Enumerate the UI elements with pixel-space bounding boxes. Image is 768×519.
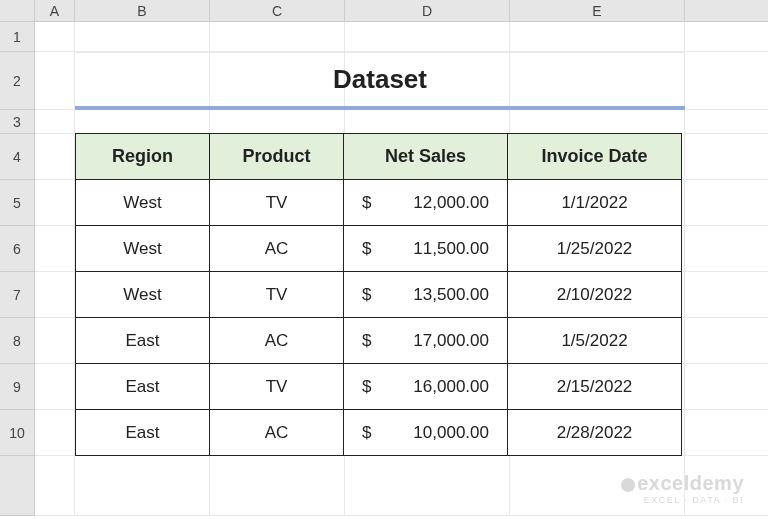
row-header-6[interactable]: 6 xyxy=(0,226,35,272)
row-header-9[interactable]: 9 xyxy=(0,364,35,410)
currency-value: 13,500.00 xyxy=(413,285,489,305)
currency-value: 16,000.00 xyxy=(413,377,489,397)
cell xyxy=(685,364,768,410)
cell-invoice[interactable]: 2/15/2022 xyxy=(507,363,682,410)
cell-region[interactable]: East xyxy=(75,409,210,456)
row-header-rest xyxy=(0,456,35,516)
header-invoice[interactable]: Invoice Date xyxy=(507,133,682,180)
cell xyxy=(685,318,768,364)
col-header-A[interactable]: A xyxy=(35,0,75,22)
cell-region[interactable]: East xyxy=(75,317,210,364)
col-header-D[interactable]: D xyxy=(345,0,510,22)
cell[interactable] xyxy=(35,110,75,134)
cell[interactable] xyxy=(345,22,510,52)
cell-region[interactable]: East xyxy=(75,363,210,410)
cell-region[interactable]: West xyxy=(75,271,210,318)
cell[interactable] xyxy=(35,272,75,318)
cell[interactable] xyxy=(210,22,345,52)
cell xyxy=(685,180,768,226)
cell xyxy=(685,52,768,110)
cell xyxy=(210,456,345,516)
circle-icon xyxy=(621,478,635,492)
currency-value: 11,500.00 xyxy=(413,239,489,259)
cell-netsales[interactable]: $10,000.00 xyxy=(343,409,508,456)
cell-product[interactable]: AC xyxy=(209,409,344,456)
cell-netsales[interactable]: $13,500.00 xyxy=(343,271,508,318)
dataset-title-cell[interactable]: Dataset xyxy=(75,52,685,110)
cell-region[interactable]: West xyxy=(75,179,210,226)
cell[interactable] xyxy=(35,318,75,364)
row-header-7[interactable]: 7 xyxy=(0,272,35,318)
row-header-2[interactable]: 2 xyxy=(0,52,35,110)
cell xyxy=(35,456,75,516)
cell[interactable] xyxy=(35,180,75,226)
watermark-brand-text: exceldemy xyxy=(637,472,744,494)
cell-product[interactable]: AC xyxy=(209,317,344,364)
table-row: East TV $16,000.00 2/15/2022 xyxy=(75,364,685,410)
cell-invoice[interactable]: 2/28/2022 xyxy=(507,409,682,456)
cell[interactable] xyxy=(510,110,685,134)
table-header-row: Region Product Net Sales Invoice Date xyxy=(75,134,685,180)
table-row: West TV $12,000.00 1/1/2022 xyxy=(75,180,685,226)
cell[interactable] xyxy=(35,364,75,410)
cell[interactable] xyxy=(75,22,210,52)
table-row: East AC $17,000.00 1/5/2022 xyxy=(75,318,685,364)
currency-value: 17,000.00 xyxy=(413,331,489,351)
cell-netsales[interactable]: $17,000.00 xyxy=(343,317,508,364)
cell[interactable] xyxy=(35,410,75,456)
col-header-C[interactable]: C xyxy=(210,0,345,22)
col-header-rest xyxy=(685,0,768,22)
currency-symbol: $ xyxy=(362,285,371,305)
cell xyxy=(685,22,768,52)
row-header-3[interactable]: 3 xyxy=(0,110,35,134)
select-all-corner[interactable] xyxy=(0,0,35,22)
cell[interactable] xyxy=(75,110,210,134)
cell[interactable] xyxy=(510,22,685,52)
currency-value: 10,000.00 xyxy=(413,423,489,443)
watermark: exceldemy EXCEL · DATA · BI xyxy=(621,472,744,505)
cell[interactable] xyxy=(345,110,510,134)
column-headers-row: A B C D E xyxy=(0,0,768,22)
cell xyxy=(345,456,510,516)
cell-invoice[interactable]: 1/1/2022 xyxy=(507,179,682,226)
cell[interactable] xyxy=(210,110,345,134)
header-netsales[interactable]: Net Sales xyxy=(343,133,508,180)
currency-symbol: $ xyxy=(362,331,371,351)
currency-symbol: $ xyxy=(362,239,371,259)
cell[interactable] xyxy=(35,52,75,110)
dataset-title: Dataset xyxy=(333,64,427,95)
header-product[interactable]: Product xyxy=(209,133,344,180)
cell[interactable] xyxy=(35,226,75,272)
cell-product[interactable]: TV xyxy=(209,363,344,410)
row-header-4[interactable]: 4 xyxy=(0,134,35,180)
row-header-10[interactable]: 10 xyxy=(0,410,35,456)
cell-netsales[interactable]: $11,500.00 xyxy=(343,225,508,272)
cell-product[interactable]: TV xyxy=(209,271,344,318)
cell[interactable] xyxy=(35,22,75,52)
row-header-1[interactable]: 1 xyxy=(0,22,35,52)
data-table: Region Product Net Sales Invoice Date We… xyxy=(75,134,685,456)
cell-product[interactable]: TV xyxy=(209,179,344,226)
cell-product[interactable]: AC xyxy=(209,225,344,272)
watermark-tagline: EXCEL · DATA · BI xyxy=(621,495,744,505)
header-region[interactable]: Region xyxy=(75,133,210,180)
table-row: West TV $13,500.00 2/10/2022 xyxy=(75,272,685,318)
cell xyxy=(685,272,768,318)
table-row: West AC $11,500.00 1/25/2022 xyxy=(75,226,685,272)
cell xyxy=(685,134,768,180)
row-header-8[interactable]: 8 xyxy=(0,318,35,364)
cell-invoice[interactable]: 1/25/2022 xyxy=(507,225,682,272)
cell-netsales[interactable]: $12,000.00 xyxy=(343,179,508,226)
col-header-B[interactable]: B xyxy=(75,0,210,22)
currency-symbol: $ xyxy=(362,377,371,397)
cell-invoice[interactable]: 1/5/2022 xyxy=(507,317,682,364)
col-header-E[interactable]: E xyxy=(510,0,685,22)
cell[interactable] xyxy=(35,134,75,180)
row-header-5[interactable]: 5 xyxy=(0,180,35,226)
cell-region[interactable]: West xyxy=(75,225,210,272)
table-row: East AC $10,000.00 2/28/2022 xyxy=(75,410,685,456)
cell xyxy=(685,226,768,272)
cell xyxy=(685,410,768,456)
cell-invoice[interactable]: 2/10/2022 xyxy=(507,271,682,318)
cell-netsales[interactable]: $16,000.00 xyxy=(343,363,508,410)
